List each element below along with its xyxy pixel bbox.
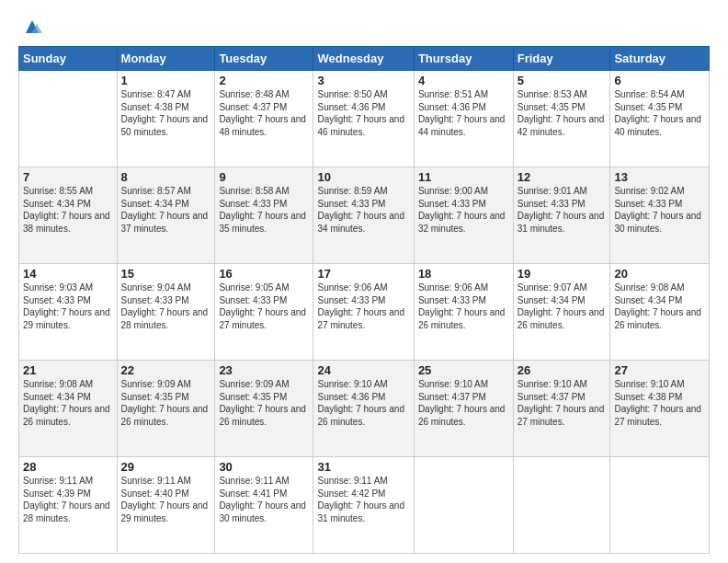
calendar-cell	[414, 457, 513, 554]
day-number: 3	[317, 74, 409, 87]
calendar-cell	[610, 457, 710, 554]
calendar-cell: 10Sunrise: 8:59 AMSunset: 4:33 PMDayligh…	[313, 167, 414, 264]
day-header-monday: Monday	[117, 47, 215, 71]
logo	[18, 17, 42, 37]
day-header-sunday: Sunday	[19, 47, 118, 71]
cell-detail: Sunrise: 9:05 AMSunset: 4:33 PMDaylight:…	[219, 282, 309, 331]
cell-detail: Sunrise: 8:59 AMSunset: 4:33 PMDaylight:…	[317, 185, 409, 235]
day-number: 12	[518, 170, 607, 184]
calendar-cell: 13Sunrise: 9:02 AMSunset: 4:33 PMDayligh…	[610, 167, 710, 264]
calendar-cell: 12Sunrise: 9:01 AMSunset: 4:33 PMDayligh…	[513, 167, 610, 264]
calendar-week-4: 28Sunrise: 9:11 AMSunset: 4:39 PMDayligh…	[19, 457, 710, 554]
cell-detail: Sunrise: 8:58 AMSunset: 4:33 PMDaylight:…	[219, 185, 309, 235]
calendar-cell: 30Sunrise: 9:11 AMSunset: 4:41 PMDayligh…	[215, 457, 313, 554]
calendar-week-3: 21Sunrise: 9:08 AMSunset: 4:34 PMDayligh…	[19, 361, 710, 457]
calendar-cell: 31Sunrise: 9:11 AMSunset: 4:42 PMDayligh…	[313, 457, 414, 554]
header	[18, 17, 710, 37]
day-number: 8	[121, 170, 211, 184]
cell-detail: Sunrise: 8:51 AMSunset: 4:36 PMDaylight:…	[418, 88, 509, 138]
calendar-table: SundayMondayTuesdayWednesdayThursdayFrid…	[18, 46, 710, 554]
day-number: 4	[418, 74, 509, 87]
day-number: 5	[518, 74, 607, 87]
calendar-cell: 27Sunrise: 9:10 AMSunset: 4:38 PMDayligh…	[610, 361, 710, 457]
cell-detail: Sunrise: 9:11 AMSunset: 4:41 PMDaylight:…	[219, 475, 309, 524]
calendar-cell: 19Sunrise: 9:07 AMSunset: 4:34 PMDayligh…	[513, 264, 610, 361]
calendar-cell: 23Sunrise: 9:09 AMSunset: 4:35 PMDayligh…	[215, 361, 313, 457]
calendar-cell: 29Sunrise: 9:11 AMSunset: 4:40 PMDayligh…	[117, 457, 215, 554]
cell-detail: Sunrise: 8:48 AMSunset: 4:37 PMDaylight:…	[219, 88, 309, 138]
day-number: 29	[121, 460, 211, 474]
cell-detail: Sunrise: 9:10 AMSunset: 4:38 PMDaylight:…	[614, 378, 705, 428]
day-number: 18	[418, 267, 509, 281]
cell-detail: Sunrise: 9:06 AMSunset: 4:33 PMDaylight:…	[317, 282, 409, 331]
day-number: 22	[121, 363, 211, 377]
page: SundayMondayTuesdayWednesdayThursdayFrid…	[0, 0, 728, 563]
cell-detail: Sunrise: 9:09 AMSunset: 4:35 PMDaylight:…	[219, 378, 309, 428]
day-number: 20	[614, 267, 705, 281]
day-number: 30	[219, 460, 309, 474]
calendar-week-0: 1Sunrise: 8:47 AMSunset: 4:38 PMDaylight…	[19, 71, 710, 167]
cell-detail: Sunrise: 9:10 AMSunset: 4:37 PMDaylight:…	[518, 378, 607, 428]
day-number: 1	[121, 74, 211, 87]
cell-detail: Sunrise: 9:08 AMSunset: 4:34 PMDaylight:…	[23, 378, 113, 428]
cell-detail: Sunrise: 8:55 AMSunset: 4:34 PMDaylight:…	[23, 185, 113, 235]
day-number: 17	[317, 267, 409, 281]
calendar-cell: 11Sunrise: 9:00 AMSunset: 4:33 PMDayligh…	[414, 167, 513, 264]
day-header-thursday: Thursday	[414, 47, 513, 71]
calendar-cell	[19, 71, 118, 167]
calendar-cell: 4Sunrise: 8:51 AMSunset: 4:36 PMDaylight…	[414, 71, 513, 167]
cell-detail: Sunrise: 9:06 AMSunset: 4:33 PMDaylight:…	[418, 282, 509, 331]
calendar-cell: 3Sunrise: 8:50 AMSunset: 4:36 PMDaylight…	[313, 71, 414, 167]
calendar-cell: 2Sunrise: 8:48 AMSunset: 4:37 PMDaylight…	[215, 71, 313, 167]
calendar-cell: 21Sunrise: 9:08 AMSunset: 4:34 PMDayligh…	[19, 361, 118, 457]
cell-detail: Sunrise: 8:53 AMSunset: 4:35 PMDaylight:…	[518, 88, 607, 138]
calendar-cell	[513, 457, 610, 554]
calendar-week-2: 14Sunrise: 9:03 AMSunset: 4:33 PMDayligh…	[19, 264, 710, 361]
day-number: 23	[219, 363, 309, 377]
cell-detail: Sunrise: 8:50 AMSunset: 4:36 PMDaylight:…	[317, 88, 409, 138]
day-number: 21	[23, 363, 113, 377]
cell-detail: Sunrise: 9:10 AMSunset: 4:36 PMDaylight:…	[317, 378, 409, 428]
calendar-cell: 20Sunrise: 9:08 AMSunset: 4:34 PMDayligh…	[610, 264, 710, 361]
cell-detail: Sunrise: 8:57 AMSunset: 4:34 PMDaylight:…	[121, 185, 211, 235]
day-number: 26	[518, 363, 607, 377]
calendar-cell: 9Sunrise: 8:58 AMSunset: 4:33 PMDaylight…	[215, 167, 313, 264]
day-number: 9	[219, 170, 309, 184]
day-number: 6	[614, 74, 705, 87]
day-number: 16	[219, 267, 309, 281]
calendar-cell: 24Sunrise: 9:10 AMSunset: 4:36 PMDayligh…	[313, 361, 414, 457]
calendar-cell: 5Sunrise: 8:53 AMSunset: 4:35 PMDaylight…	[513, 71, 610, 167]
day-header-saturday: Saturday	[610, 47, 710, 71]
calendar-cell: 7Sunrise: 8:55 AMSunset: 4:34 PMDaylight…	[19, 167, 118, 264]
cell-detail: Sunrise: 9:11 AMSunset: 4:42 PMDaylight:…	[317, 475, 409, 524]
calendar-cell: 8Sunrise: 8:57 AMSunset: 4:34 PMDaylight…	[117, 167, 215, 264]
calendar-cell: 16Sunrise: 9:05 AMSunset: 4:33 PMDayligh…	[215, 264, 313, 361]
calendar-cell: 25Sunrise: 9:10 AMSunset: 4:37 PMDayligh…	[414, 361, 513, 457]
day-number: 13	[614, 170, 705, 184]
calendar-cell: 1Sunrise: 8:47 AMSunset: 4:38 PMDaylight…	[117, 71, 215, 167]
calendar-cell: 26Sunrise: 9:10 AMSunset: 4:37 PMDayligh…	[513, 361, 610, 457]
day-number: 25	[418, 363, 509, 377]
cell-detail: Sunrise: 8:47 AMSunset: 4:38 PMDaylight:…	[121, 88, 211, 138]
day-number: 15	[121, 267, 211, 281]
calendar-cell: 22Sunrise: 9:09 AMSunset: 4:35 PMDayligh…	[117, 361, 215, 457]
calendar-header-row: SundayMondayTuesdayWednesdayThursdayFrid…	[19, 47, 710, 71]
day-number: 27	[614, 363, 705, 377]
cell-detail: Sunrise: 9:11 AMSunset: 4:40 PMDaylight:…	[121, 475, 211, 524]
day-number: 24	[317, 363, 409, 377]
cell-detail: Sunrise: 9:02 AMSunset: 4:33 PMDaylight:…	[614, 185, 705, 235]
logo-icon	[22, 17, 42, 37]
day-header-wednesday: Wednesday	[313, 47, 414, 71]
cell-detail: Sunrise: 9:08 AMSunset: 4:34 PMDaylight:…	[614, 282, 705, 331]
day-number: 28	[23, 460, 113, 474]
cell-detail: Sunrise: 9:09 AMSunset: 4:35 PMDaylight:…	[121, 378, 211, 428]
calendar-cell: 15Sunrise: 9:04 AMSunset: 4:33 PMDayligh…	[117, 264, 215, 361]
calendar-week-1: 7Sunrise: 8:55 AMSunset: 4:34 PMDaylight…	[19, 167, 710, 264]
cell-detail: Sunrise: 9:04 AMSunset: 4:33 PMDaylight:…	[121, 282, 211, 331]
calendar-cell: 6Sunrise: 8:54 AMSunset: 4:35 PMDaylight…	[610, 71, 710, 167]
calendar-cell: 28Sunrise: 9:11 AMSunset: 4:39 PMDayligh…	[19, 457, 118, 554]
calendar-cell: 14Sunrise: 9:03 AMSunset: 4:33 PMDayligh…	[19, 264, 118, 361]
cell-detail: Sunrise: 9:00 AMSunset: 4:33 PMDaylight:…	[418, 185, 509, 235]
day-number: 31	[317, 460, 409, 474]
day-number: 19	[518, 267, 607, 281]
